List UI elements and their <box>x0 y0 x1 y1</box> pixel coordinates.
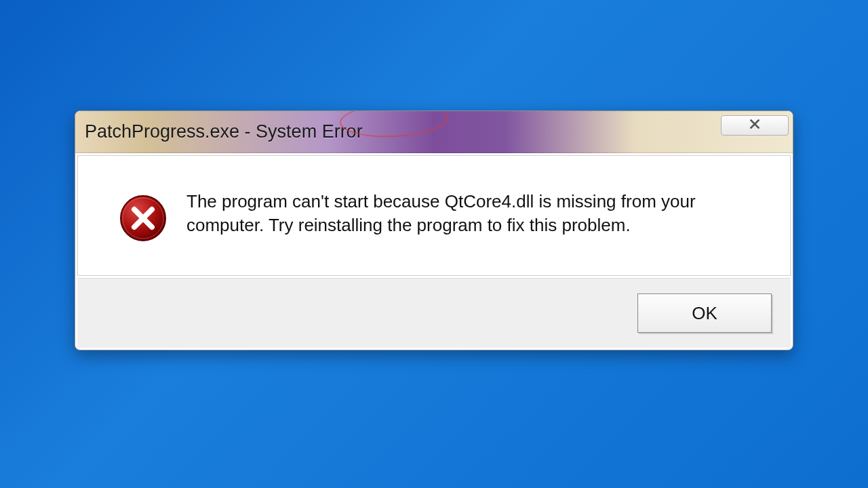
dialog-content: The program can't start because QtCore4.… <box>77 155 791 276</box>
error-message: The program can't start because QtCore4.… <box>186 190 757 237</box>
error-icon <box>119 194 167 243</box>
dialog-title: PatchProgress.exe - System Error <box>85 121 363 142</box>
close-icon <box>749 118 761 133</box>
titlebar: PatchProgress.exe - System Error <box>75 111 793 153</box>
button-row: OK <box>77 278 791 348</box>
ok-button[interactable]: OK <box>637 293 772 333</box>
error-dialog: PatchProgress.exe - System Error <box>75 110 793 350</box>
close-button[interactable] <box>721 115 789 136</box>
